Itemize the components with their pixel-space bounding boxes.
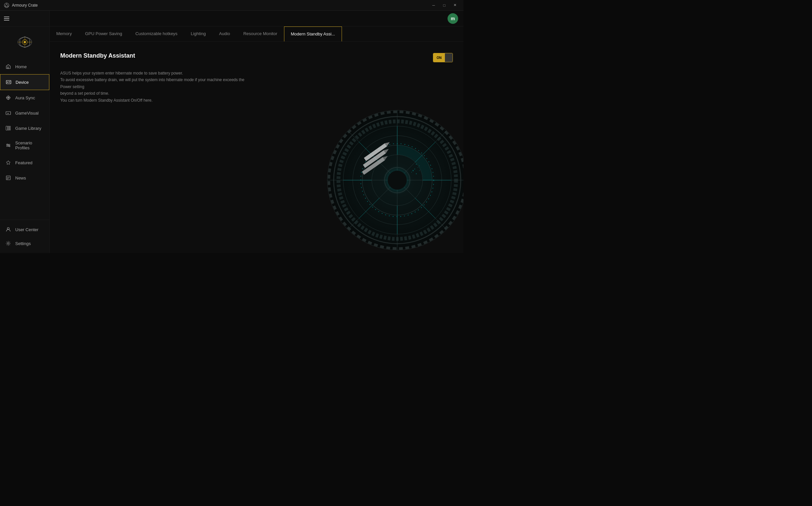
rog-logo-icon	[15, 34, 35, 51]
sidebar-item-user-center[interactable]: User Center	[0, 223, 49, 237]
svg-point-64	[419, 170, 420, 171]
svg-point-67	[419, 166, 420, 166]
svg-point-25	[9, 146, 10, 147]
svg-rect-16	[6, 111, 11, 114]
news-icon	[5, 175, 11, 181]
main-content: m Memory GPU Power Saving Customizable h…	[49, 11, 464, 253]
svg-marker-58	[395, 171, 400, 177]
home-icon	[5, 64, 11, 70]
sidebar-item-gamevisual[interactable]: GameVisual	[0, 105, 49, 120]
svg-marker-57	[397, 180, 404, 189]
sidebar-item-news-label: News	[15, 175, 26, 180]
toggle-on-label: ON	[433, 53, 445, 62]
sidebar-item-device[interactable]: Device	[0, 74, 49, 90]
tab-audio[interactable]: Audio	[212, 26, 237, 41]
svg-point-65	[412, 170, 414, 171]
titlebar: Armoury Crate ─ □ ✕	[0, 0, 464, 11]
svg-marker-56	[390, 171, 397, 183]
svg-point-23	[7, 144, 8, 145]
svg-line-52	[359, 142, 379, 162]
svg-rect-69	[364, 143, 387, 161]
gamevisual-icon	[5, 110, 11, 116]
svg-rect-12	[9, 81, 10, 82]
toggle-switch[interactable]: ON	[433, 53, 453, 62]
tab-memory[interactable]: Memory	[49, 26, 79, 41]
svg-line-49	[415, 142, 435, 162]
app-title: Armoury Crate	[12, 3, 38, 8]
svg-line-50	[415, 198, 435, 218]
svg-point-31	[8, 243, 9, 244]
description-line4: You can turn Modern Standby Assistant On…	[60, 97, 245, 104]
svg-rect-70	[363, 150, 386, 168]
app-container: Home Device	[0, 11, 464, 253]
rog-wheel-graphic	[318, 101, 464, 253]
scenario-profiles-icon	[5, 142, 11, 148]
svg-rect-18	[8, 126, 9, 130]
sidebar-item-gamevisual-label: GameVisual	[15, 111, 39, 115]
sidebar-logo	[12, 32, 37, 54]
titlebar-left: Armoury Crate	[4, 3, 38, 8]
svg-point-24	[8, 145, 9, 146]
section-title: Modern Standby Assistant	[60, 52, 135, 59]
featured-icon	[5, 160, 11, 166]
svg-line-51	[359, 198, 379, 218]
bg-decoration	[318, 101, 464, 253]
tab-lighting[interactable]: Lighting	[184, 26, 212, 41]
svg-rect-10	[6, 80, 11, 84]
svg-rect-19	[10, 126, 11, 130]
svg-rect-71	[362, 157, 385, 174]
sidebar-item-device-label: Device	[16, 80, 29, 85]
sidebar-item-aura-sync[interactable]: Aura Sync	[0, 90, 49, 105]
sidebar-item-aura-label: Aura Sync	[15, 95, 35, 100]
sidebar-item-game-library[interactable]: Game Library	[0, 120, 49, 136]
svg-marker-72	[385, 141, 391, 146]
svg-point-59	[385, 168, 410, 193]
svg-point-30	[7, 228, 9, 230]
sidebar: Home Device	[0, 11, 49, 253]
svg-point-43	[372, 155, 423, 205]
svg-point-68	[411, 172, 412, 173]
user-center-icon	[5, 227, 11, 233]
svg-point-66	[416, 173, 417, 174]
svg-point-32	[327, 110, 464, 250]
svg-point-62	[417, 167, 418, 168]
tab-bar: Memory GPU Power Saving Customizable hot…	[49, 26, 464, 42]
svg-point-15	[8, 97, 9, 98]
hamburger-menu[interactable]	[4, 16, 9, 20]
svg-marker-1	[5, 4, 8, 7]
svg-rect-17	[6, 126, 8, 130]
svg-point-60	[388, 171, 407, 190]
tab-modern-standby[interactable]: Modern Standby Assi...	[284, 26, 342, 42]
tab-customizable-hotkeys[interactable]: Customizable hotkeys	[129, 26, 184, 41]
svg-rect-9	[8, 67, 9, 69]
sidebar-item-settings[interactable]: Settings	[0, 237, 49, 250]
close-button[interactable]: ✕	[450, 2, 460, 9]
sidebar-item-scenario-profiles[interactable]: Scenario Profiles	[0, 136, 49, 155]
sidebar-bottom: User Center Settings	[0, 220, 49, 253]
sidebar-item-featured[interactable]: Featured	[0, 155, 49, 170]
sidebar-item-home[interactable]: Home	[0, 59, 49, 74]
svg-point-11	[7, 82, 8, 83]
svg-line-39	[348, 131, 446, 230]
app-icon	[4, 3, 9, 8]
settings-icon	[5, 240, 11, 246]
sidebar-nav: Home Device	[0, 59, 49, 220]
user-avatar[interactable]: m	[447, 13, 458, 24]
maximize-button[interactable]: □	[439, 2, 449, 9]
svg-marker-74	[383, 154, 389, 160]
svg-marker-73	[384, 147, 390, 153]
description-line3: beyond a set period of time.	[60, 90, 245, 97]
description-block: ASUS helps your system enter hibernate m…	[60, 70, 245, 104]
sidebar-item-featured-label: Featured	[15, 160, 32, 165]
tab-gpu-power-saving[interactable]: GPU Power Saving	[79, 26, 129, 41]
svg-point-33	[329, 112, 464, 249]
svg-point-40	[343, 126, 451, 234]
top-bar: m	[49, 11, 464, 26]
minimize-button[interactable]: ─	[429, 2, 438, 9]
svg-point-44	[361, 144, 434, 217]
svg-marker-54	[390, 171, 404, 189]
tab-resource-monitor[interactable]: Resource Monitor	[237, 26, 284, 41]
svg-point-42	[362, 145, 432, 215]
content-area: Modern Standby Assistant ON ASUS helps y…	[49, 42, 464, 253]
sidebar-item-news[interactable]: News	[0, 170, 49, 185]
